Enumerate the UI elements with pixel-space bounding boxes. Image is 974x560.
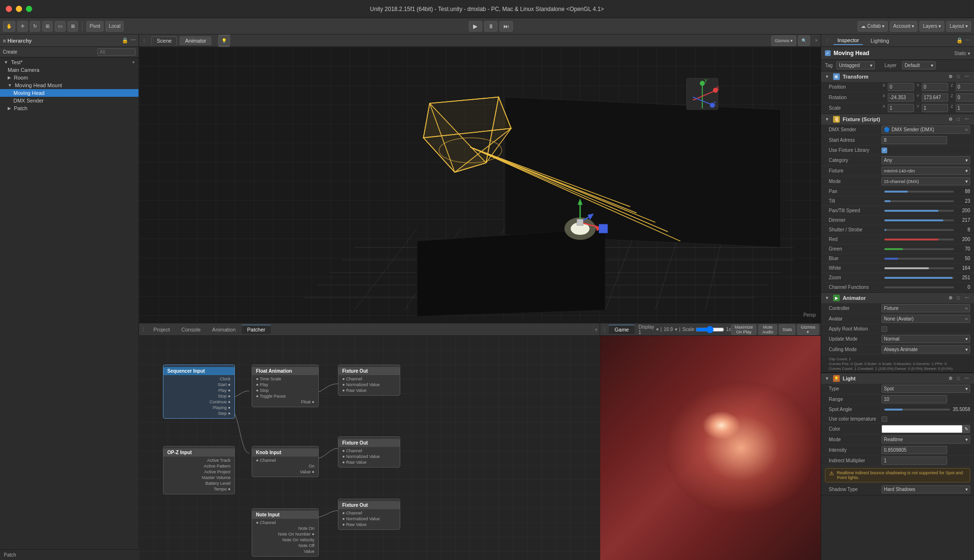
mode-dropdown[interactable]: 15-channel (DMX) ▾: [881, 177, 970, 185]
start-address-field[interactable]: [881, 136, 947, 144]
static-toggle[interactable]: Static ▾: [954, 51, 970, 56]
scale-tool[interactable]: ⊞: [42, 21, 53, 32]
node-fixture-out1[interactable]: Fixture Out ● Channel ● Normalized Value…: [338, 365, 400, 396]
controller-field[interactable]: Fixture ○: [881, 304, 970, 312]
white-slider[interactable]: [884, 267, 954, 269]
hierarchy-item-movingheadmount[interactable]: ▼ Moving Head Mount: [0, 81, 139, 89]
rot-x-field[interactable]: [888, 93, 914, 102]
dmx-sender-field[interactable]: 🔵 DMX Sender (DMX) ○: [881, 126, 970, 134]
green-slider[interactable]: [884, 248, 954, 250]
hierarchy-item-room[interactable]: ▶ Room: [0, 74, 139, 81]
animator-action3[interactable]: ⋯: [963, 295, 970, 301]
static-dropdown-icon[interactable]: ▾: [968, 51, 970, 56]
fixture-action1[interactable]: ⚙: [947, 116, 954, 122]
game-panel-handle[interactable]: ⋮: [602, 327, 607, 332]
create-button[interactable]: Create: [3, 49, 17, 55]
scale-z-field[interactable]: [956, 104, 974, 112]
light-type-dropdown[interactable]: Spot ▾: [881, 385, 970, 393]
close-button[interactable]: [6, 6, 12, 12]
hierarchy-item-movinghead[interactable]: Moving Head: [0, 89, 139, 97]
use-color-temp-checkbox[interactable]: [881, 416, 887, 422]
fixture-action2[interactable]: □: [956, 116, 961, 122]
node-sequencer[interactable]: Sequencer Input Clock Start ● Play ● Sto…: [163, 365, 235, 419]
tab-patcher[interactable]: Patcher: [242, 325, 271, 334]
transform-tool[interactable]: ⊠: [68, 21, 78, 32]
gizmos-btn[interactable]: Gizmos ▾: [771, 35, 796, 46]
pan-slider[interactable]: [884, 191, 954, 193]
game-display[interactable]: Display 1: [638, 324, 654, 335]
tilt-slider[interactable]: [884, 200, 954, 202]
collab-button[interactable]: ☁ Collab ▾: [858, 21, 888, 32]
hierarchy-item-maincamera[interactable]: Main Camera: [0, 66, 139, 74]
tab-lighting[interactable]: Lighting: [867, 37, 893, 45]
intensity-field[interactable]: [881, 446, 947, 454]
scene-viewport[interactable]: Y X Z Persp: [139, 47, 821, 322]
rot-y-field[interactable]: [922, 93, 948, 102]
indirect-mult-field[interactable]: [881, 457, 947, 465]
rotate-tool[interactable]: ↻: [30, 21, 40, 32]
tab-inspector[interactable]: Inspector: [834, 36, 863, 45]
play-button[interactable]: ▶: [469, 21, 482, 32]
update-mode-dropdown[interactable]: Normal ▾: [881, 335, 970, 343]
object-name-field[interactable]: [834, 50, 951, 57]
spot-angle-slider[interactable]: [884, 409, 950, 411]
inspector-menu-icon[interactable]: ⋯: [965, 37, 970, 44]
scene-search-btn[interactable]: 🔍: [798, 35, 810, 46]
color-picker-icon[interactable]: ✎: [962, 425, 970, 433]
pos-x-field[interactable]: [888, 83, 914, 91]
light-action1[interactable]: ⚙: [947, 376, 954, 381]
channel-functions-slider[interactable]: [884, 286, 954, 288]
game-ratio[interactable]: 16:9: [663, 327, 673, 332]
rot-z-field[interactable]: [956, 93, 974, 102]
pause-button[interactable]: ⏸: [484, 21, 498, 32]
bottom-panel-close[interactable]: ×: [595, 327, 598, 332]
scale-x-field[interactable]: [888, 104, 914, 112]
transform-action3[interactable]: ⋯: [963, 74, 970, 80]
bottom-panel-handle[interactable]: ⋮: [141, 327, 146, 332]
step-button[interactable]: ⏭: [499, 21, 513, 32]
minimize-button[interactable]: [16, 6, 22, 12]
tab-game[interactable]: Game: [609, 325, 635, 334]
inspector-handle[interactable]: ⋮: [825, 38, 830, 43]
layers-button[interactable]: Layers ▾: [919, 21, 944, 32]
fixture-header[interactable]: ▼ 📜 Fixture (Script) ⚙ □ ⋯: [821, 114, 974, 125]
game-scale-slider[interactable]: [696, 326, 724, 333]
mute-audio-btn[interactable]: Mute Audio: [758, 324, 777, 335]
light-btn[interactable]: 💡: [218, 35, 230, 46]
pan-tilt-speed-slider[interactable]: [884, 210, 954, 212]
tab-scene[interactable]: Scene: [151, 36, 177, 45]
node-fixture-out2[interactable]: Fixture Out ● Channel ● Normalized Value…: [338, 436, 400, 468]
avatar-field[interactable]: None (Avatar) ○: [881, 315, 970, 323]
rect-tool[interactable]: ▭: [55, 21, 66, 32]
pivot-button[interactable]: Pivot: [86, 21, 104, 32]
transform-action1[interactable]: ⚙: [947, 74, 954, 80]
move-tool[interactable]: ✛: [17, 21, 28, 32]
local-button[interactable]: Local: [105, 21, 124, 32]
pos-z-field[interactable]: [956, 83, 974, 91]
pos-y-field[interactable]: [922, 83, 948, 91]
scale-y-field[interactable]: [922, 104, 948, 112]
inspector-lock-icon[interactable]: 🔒: [956, 37, 963, 44]
maximize-button[interactable]: [26, 6, 32, 12]
light-range-field[interactable]: [881, 395, 947, 403]
apply-root-checkbox[interactable]: [881, 326, 887, 332]
stats-btn[interactable]: Stats: [779, 324, 796, 335]
light-mode-dropdown[interactable]: Realtime ▾: [881, 435, 970, 444]
node-opz[interactable]: OP-Z Input Active Track Active Pattern A…: [163, 446, 235, 494]
light-action3[interactable]: ⋯: [963, 376, 970, 381]
hierarchy-item-patch[interactable]: ▶ Patch: [0, 104, 139, 112]
node-float-anim[interactable]: Float Animation ● Time Scale ● Play ● St…: [252, 365, 319, 407]
window-controls[interactable]: [6, 6, 32, 12]
tab-console[interactable]: Console: [175, 325, 206, 334]
shutter-slider[interactable]: [884, 229, 954, 231]
tag-dropdown[interactable]: Untagged ▾: [836, 61, 875, 69]
hierarchy-item-test[interactable]: ▼ Test* ×: [0, 58, 139, 66]
close-icon[interactable]: ×: [132, 60, 135, 65]
transform-action2[interactable]: □: [956, 74, 961, 80]
node-knob[interactable]: Knob Input ● Channel On Value ●: [252, 446, 319, 477]
tab-project[interactable]: Project: [148, 325, 175, 334]
game-gizmos-btn[interactable]: Gizmos ▾: [797, 324, 819, 335]
culling-mode-dropdown[interactable]: Always Animate ▾: [881, 345, 970, 354]
scene-panel-close[interactable]: ×: [815, 38, 818, 43]
controller-circle[interactable]: ○: [965, 306, 968, 311]
